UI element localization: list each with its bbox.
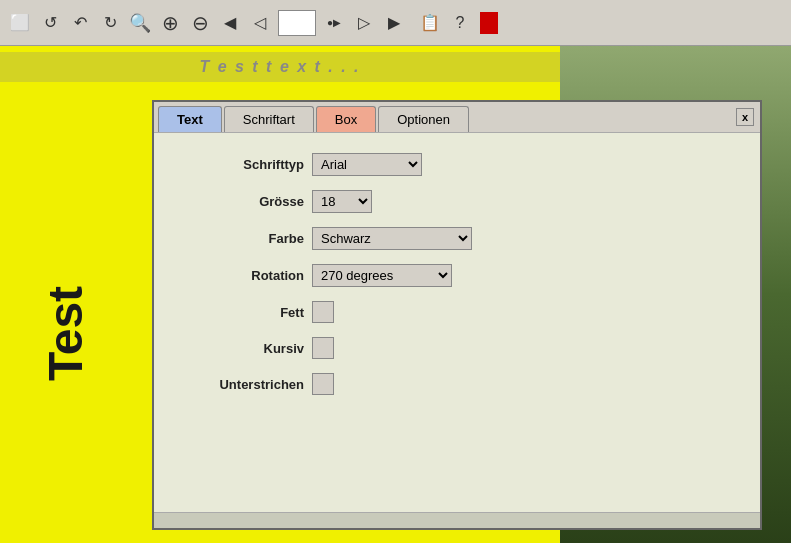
fett-checkbox[interactable] [312, 301, 334, 323]
arrow-right-icon[interactable]: ▶ [380, 9, 408, 37]
dialog-window: Text Schriftart Box Optionen x Schriftty… [152, 100, 762, 530]
redo-icon[interactable]: ↻ [96, 9, 124, 37]
farbe-control: Schwarz Weiss Rot Grün Blau [312, 227, 472, 250]
undo-icon[interactable]: ↺ [36, 9, 64, 37]
kursiv-row: Kursiv [164, 337, 750, 359]
canvas-text: Test [38, 286, 93, 381]
arrow-left2-icon[interactable]: ◁ [246, 9, 274, 37]
dot-right-icon[interactable]: ●▶ [320, 9, 348, 37]
color-indicator [480, 12, 498, 34]
tab-text[interactable]: Text [158, 106, 222, 132]
tab-box[interactable]: Box [316, 106, 376, 132]
rotation-row: Rotation 0 degrees 90 degrees 180 degree… [164, 264, 750, 287]
groesse-label: Grösse [164, 194, 304, 209]
groesse-row: Grösse 8 10 12 14 16 18 20 24 [164, 190, 750, 213]
rotation-label: Rotation [164, 268, 304, 283]
fett-label: Fett [164, 305, 304, 320]
farbe-select[interactable]: Schwarz Weiss Rot Grün Blau [312, 227, 472, 250]
fett-control [312, 301, 334, 323]
schrifttyp-row: Schrifttyp Arial Times New Roman Courier… [164, 153, 750, 176]
kursiv-checkbox[interactable] [312, 337, 334, 359]
page-preview [278, 10, 316, 36]
kursiv-control [312, 337, 334, 359]
kursiv-label: Kursiv [164, 341, 304, 356]
zoom-fit-icon[interactable]: 🔍 [126, 9, 154, 37]
copy-icon[interactable]: 📋 [416, 9, 444, 37]
schrifttyp-control: Arial Times New Roman Courier Helvetica [312, 153, 422, 176]
zoom-in-icon[interactable]: ⊕ [156, 9, 184, 37]
arrow-right2-icon[interactable]: ▷ [350, 9, 378, 37]
fett-row: Fett [164, 301, 750, 323]
zoom-out-icon[interactable]: ⊖ [186, 9, 214, 37]
dialog-content: Schrifttyp Arial Times New Roman Courier… [154, 132, 760, 512]
tab-schriftart[interactable]: Schriftart [224, 106, 314, 132]
rotation-control: 0 degrees 90 degrees 180 degrees 270 deg… [312, 264, 452, 287]
undo2-icon[interactable]: ↶ [66, 9, 94, 37]
help-icon[interactable]: ? [446, 9, 474, 37]
tab-optionen[interactable]: Optionen [378, 106, 469, 132]
toolbar: ⬜ ↺ ↶ ↻ 🔍 ⊕ ⊖ ◀ ◁ ●▶ ▷ ▶ 📋 ? [0, 0, 791, 46]
unterstrichen-row: Unterstrichen [164, 373, 750, 395]
header-banner: T e s t t e x t . . . [0, 52, 560, 82]
groesse-select[interactable]: 8 10 12 14 16 18 20 24 [312, 190, 372, 213]
unterstrichen-label: Unterstrichen [164, 377, 304, 392]
unterstrichen-checkbox[interactable] [312, 373, 334, 395]
schrifttyp-select[interactable]: Arial Times New Roman Courier Helvetica [312, 153, 422, 176]
banner-text: T e s t t e x t . . . [199, 58, 360, 76]
arrow-left-icon[interactable]: ◀ [216, 9, 244, 37]
dialog-bottom-bar [154, 512, 760, 528]
schrifttyp-label: Schrifttyp [164, 157, 304, 172]
farbe-row: Farbe Schwarz Weiss Rot Grün Blau [164, 227, 750, 250]
groesse-control: 8 10 12 14 16 18 20 24 [312, 190, 372, 213]
unterstrichen-control [312, 373, 334, 395]
farbe-label: Farbe [164, 231, 304, 246]
dialog-close-button[interactable]: x [736, 108, 754, 126]
rotation-select[interactable]: 0 degrees 90 degrees 180 degrees 270 deg… [312, 264, 452, 287]
tab-bar: Text Schriftart Box Optionen x [154, 102, 760, 132]
new-icon[interactable]: ⬜ [6, 9, 34, 37]
